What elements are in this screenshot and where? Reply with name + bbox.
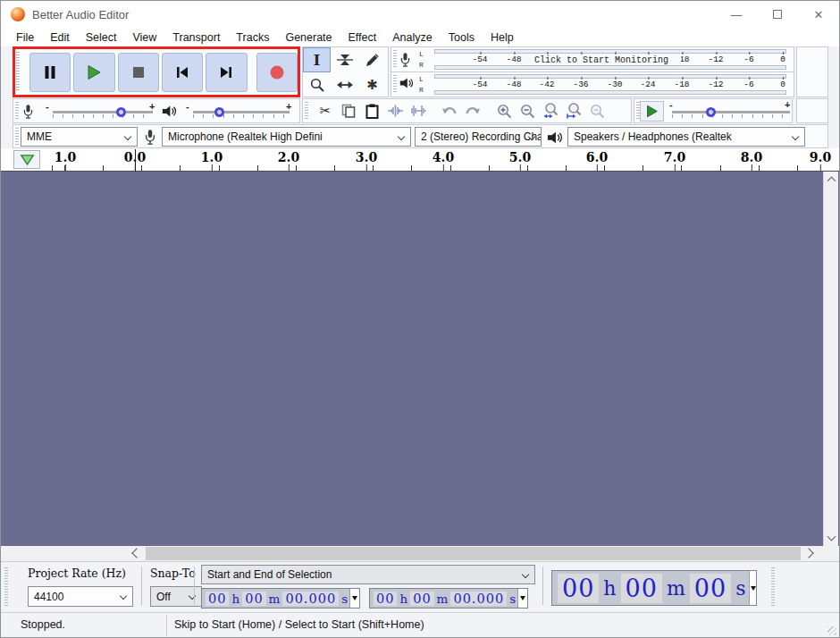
vertical-scrollbar[interactable] <box>823 172 838 546</box>
play-button[interactable] <box>73 53 114 92</box>
undo-button[interactable] <box>438 100 461 122</box>
time-digits[interactable]: 00 <box>374 592 397 606</box>
close-button[interactable]: ✕ <box>798 1 839 28</box>
scroll-left-icon[interactable] <box>131 548 141 558</box>
timeline-options-button[interactable] <box>13 150 40 169</box>
time-digits[interactable]: 00 <box>621 574 662 603</box>
time-digits[interactable]: 00 <box>690 574 731 603</box>
toolbar-grip[interactable] <box>15 128 19 145</box>
toolbar-grip[interactable] <box>16 52 20 92</box>
scroll-right-icon[interactable] <box>803 548 813 558</box>
time-digits[interactable]: 00 <box>410 592 433 606</box>
track-area[interactable] <box>1 172 839 546</box>
minimize-button[interactable]: — <box>716 1 757 28</box>
time-format-dropdown[interactable] <box>349 589 359 608</box>
selection-range-mode-dropdown[interactable]: Start and End of Selection <box>201 565 535 584</box>
zoom-tool-button[interactable] <box>303 72 331 97</box>
play-speed-slider[interactable] <box>672 111 790 113</box>
menu-transport[interactable]: Transport <box>164 31 228 44</box>
recording-volume-thumb[interactable] <box>116 107 126 117</box>
monitoring-prompt[interactable]: Click to Start Monitoring <box>522 55 681 65</box>
title-bar: Better Audio Editor — ✕ <box>1 1 839 28</box>
play-at-speed-button[interactable] <box>640 101 664 122</box>
cut-icon: ✂ <box>320 103 332 119</box>
menu-generate[interactable]: Generate <box>277 31 340 44</box>
time-format-dropdown[interactable] <box>517 589 527 608</box>
menu-tracks[interactable]: Tracks <box>228 31 277 44</box>
recording-device-dropdown[interactable]: Microphone (Realtek High Defini <box>162 127 411 147</box>
skip-to-start-button[interactable] <box>162 53 203 92</box>
recording-volume-slider[interactable] <box>53 111 153 113</box>
draw-tool-button[interactable] <box>358 47 386 72</box>
play-meter-speaker-icon <box>399 77 414 89</box>
meter-bar-right <box>434 65 786 70</box>
audio-host-dropdown[interactable]: MME <box>21 127 138 147</box>
playback-volume-slider[interactable] <box>193 111 290 113</box>
time-digits[interactable]: 00 <box>242 592 265 606</box>
maximize-button[interactable] <box>757 1 798 28</box>
toolbar-grip[interactable] <box>393 50 397 69</box>
multi-tool-button[interactable]: ✱ <box>358 72 386 97</box>
menu-view[interactable]: View <box>124 31 164 44</box>
zoom-in-button[interactable] <box>492 100 516 122</box>
fit-project-button[interactable] <box>562 100 585 122</box>
playback-meter[interactable]: -54 -48 -42 -36 -30 -24 -18 -12 -6 0 <box>433 72 790 97</box>
audio-position-display[interactable]: 00 h 00 m 00 s <box>551 570 757 606</box>
time-format-dropdown[interactable] <box>749 571 756 605</box>
copy-button[interactable] <box>337 100 360 122</box>
menu-analyze[interactable]: Analyze <box>384 31 440 44</box>
menu-select[interactable]: Select <box>78 31 125 44</box>
record-button[interactable] <box>256 53 298 92</box>
toolbar-grip[interactable] <box>305 102 308 120</box>
menu-file[interactable]: File <box>8 31 42 44</box>
horizontal-scroll-thumb[interactable] <box>146 547 801 560</box>
time-digits[interactable]: 00 <box>558 574 599 603</box>
menu-help[interactable]: Help <box>483 31 522 44</box>
skip-to-end-button[interactable] <box>206 53 247 92</box>
menu-tools[interactable]: Tools <box>441 31 483 44</box>
project-rate-dropdown[interactable]: 44100 <box>28 586 133 607</box>
timeline-ruler[interactable]: 1.0 0.0 1.0 2.0 3.0 4.0 5.0 6.0 7.0 8.0 … <box>42 148 826 171</box>
time-unit: m <box>269 592 281 606</box>
playback-volume-thumb[interactable] <box>214 107 224 117</box>
trim-outside-selection-button[interactable] <box>383 100 407 122</box>
play-speed-thumb[interactable] <box>706 107 716 117</box>
toolbar-grip[interactable] <box>15 102 19 120</box>
redo-button[interactable] <box>461 100 484 122</box>
scroll-down-icon[interactable] <box>827 533 836 541</box>
selection-start-field[interactable]: 00 h 00 m 00.000 s <box>201 588 360 609</box>
toolbar-grip[interactable] <box>393 75 397 94</box>
recording-meter-toolbar[interactable]: LR -54 -48 -42 -36 -30 -24 -18 -12 -6 0 … <box>391 46 794 72</box>
envelope-tool-button[interactable] <box>331 47 358 72</box>
timeshift-tool-button[interactable] <box>331 72 358 97</box>
selection-end-field[interactable]: 00 h 00 m 00.000 s <box>369 588 528 609</box>
horizontal-scrollbar[interactable] <box>1 546 839 561</box>
chevron-down-icon <box>522 571 529 578</box>
time-digits[interactable]: 00 <box>206 592 229 606</box>
toolbar-grip[interactable] <box>771 567 775 607</box>
playback-device-dropdown[interactable]: Speakers / Headphones (Realtek <box>567 127 805 147</box>
zoom-out-icon <box>520 104 535 119</box>
window-resize-grip[interactable] <box>827 626 836 635</box>
scroll-up-icon[interactable] <box>827 177 836 186</box>
toolbar-grip[interactable] <box>4 567 8 607</box>
zoom-toggle-button[interactable] <box>585 100 609 122</box>
menu-effect[interactable]: Effect <box>340 31 385 44</box>
recording-channels-value: 2 (Stereo) Recording Chann <box>421 130 542 143</box>
meter-channel-label: L <box>419 49 424 60</box>
timeline-ruler-bar: 1.0 0.0 1.0 2.0 3.0 4.0 5.0 6.0 7.0 8.0 … <box>1 148 839 172</box>
menu-edit[interactable]: Edit <box>42 31 78 44</box>
recording-meter[interactable]: -54 -48 -42 -36 -30 -24 -18 -12 -6 0 Cli… <box>433 47 790 71</box>
playback-meter-toolbar[interactable]: LR -54 -48 -42 -36 -30 -24 -18 -12 -6 0 <box>391 71 794 97</box>
fit-selection-button[interactable] <box>539 100 562 122</box>
time-digits[interactable]: 00.000 <box>450 592 507 606</box>
pause-button[interactable] <box>29 53 71 92</box>
cut-button[interactable]: ✂ <box>314 100 337 122</box>
selection-tool-button[interactable]: I <box>303 47 331 72</box>
paste-button[interactable] <box>360 100 383 122</box>
zoom-out-button[interactable] <box>516 100 539 122</box>
stop-button[interactable] <box>118 53 159 92</box>
silence-selection-button[interactable] <box>407 100 430 122</box>
recording-channels-dropdown[interactable]: 2 (Stereo) Recording Chann <box>415 127 542 147</box>
time-digits[interactable]: 00.000 <box>282 592 339 606</box>
